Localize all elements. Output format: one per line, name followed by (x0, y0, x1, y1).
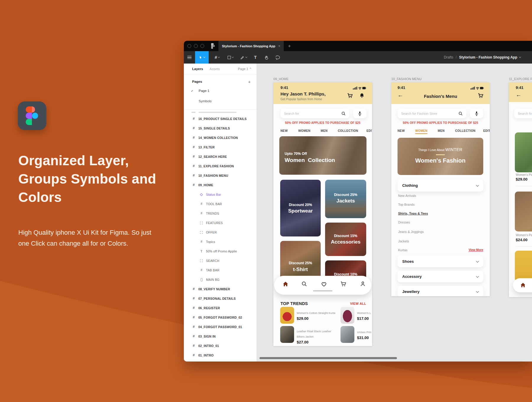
voice-search-button[interactable] (353, 109, 366, 118)
view-more-link[interactable]: View More (469, 248, 483, 252)
horizontal-scrollbar[interactable] (259, 357, 397, 359)
frame-label-explore[interactable]: 11_EXPLORE FA (509, 77, 532, 81)
hero-banner-card[interactable]: Upto 70% Off Women Collection (279, 136, 366, 175)
accordion-accessory[interactable]: Accessory (398, 271, 483, 282)
layer-row-frame[interactable]: #07_PERSONAL DETAILS (184, 294, 257, 303)
frame-home[interactable]: 9:41 Hey Jason T. Phillips, Get Popular … (273, 82, 372, 346)
add-page-button[interactable]: + (248, 79, 251, 84)
nav-item-new[interactable]: NEW (398, 129, 405, 132)
menu-list-item[interactable]: Jackets (398, 239, 409, 243)
breadcrumb-current-file[interactable]: Stylorium - Fashion Shopping App (459, 55, 517, 59)
layer-row-rectangle[interactable]: MAIN BG (184, 275, 257, 284)
nav-item-women-active[interactable]: WOMEN (415, 129, 427, 134)
frame-tool-button[interactable]: # (210, 51, 224, 64)
cart-icon[interactable] (347, 93, 353, 98)
layer-row-frame[interactable]: #TAB BAR (184, 265, 257, 275)
menu-hero-banner[interactable]: Things I Love About WINTER Women's Fashi… (398, 138, 483, 175)
traffic-light-close-button[interactable] (187, 44, 191, 48)
trend-product[interactable]: Unisex Prin$31.00 (340, 326, 372, 343)
accordion-shoes[interactable]: Shoes (398, 256, 483, 267)
layer-row-frame[interactable]: #01_INTRO (184, 351, 257, 360)
new-tab-button[interactable]: + (288, 43, 291, 49)
menu-list-item[interactable]: New Arrivals (398, 194, 416, 197)
breadcrumb-drafts-link[interactable]: Drafts (444, 55, 453, 59)
nav-item-collection[interactable]: COLLECTION (455, 129, 476, 132)
search-tab-icon[interactable] (301, 281, 307, 287)
explore-product-photo[interactable] (515, 132, 532, 172)
search-bar[interactable]: Search for (280, 109, 349, 118)
search-bar[interactable]: Search fo (514, 109, 532, 118)
layer-row-component[interactable]: Status Bar (184, 190, 257, 199)
main-menu-button[interactable] (184, 51, 195, 64)
layer-row-frame[interactable]: #Topics (184, 237, 257, 247)
home-tab-icon[interactable] (283, 281, 288, 287)
layer-row-frame[interactable]: #16_PRODUCT SINGLE DETAILS (184, 114, 257, 124)
layer-row-frame[interactable]: #12_SEARCH HERE (184, 152, 257, 161)
clipped-layer-row[interactable] (184, 110, 257, 114)
design-canvas[interactable]: 09_HOME 10_FASHION MENU 11_EXPLORE FA 9:… (257, 64, 532, 362)
traffic-light-zoom-button[interactable] (200, 44, 204, 48)
layer-row-frame[interactable]: #06_REGISTER (184, 303, 257, 313)
menu-list-item[interactable]: Jeans & Joggings (398, 230, 424, 234)
trend-product[interactable]: Women's Cotton Straight Kurta$29.00 (280, 307, 338, 324)
layer-row-group[interactable]: SEARCH (184, 256, 257, 265)
nav-item-new[interactable]: NEW (280, 129, 288, 132)
tab-layers[interactable]: Layers (192, 67, 203, 71)
layer-row-frame[interactable]: #15_SINGLE DETAILS (184, 124, 257, 133)
explore-product-photo[interactable] (515, 251, 532, 281)
layer-row-frame[interactable]: #11_EXPLORE FASHION (184, 161, 257, 171)
wishlist-tab-icon[interactable] (321, 281, 327, 287)
document-tab[interactable]: Stylorium - Fashion Shopping App × (218, 41, 284, 51)
nav-item-edit[interactable]: EDIT (366, 129, 372, 132)
back-arrow-icon[interactable]: ← (516, 92, 521, 98)
nav-item-edit[interactable]: EDIT (483, 129, 490, 132)
profile-tab-icon[interactable] (360, 281, 366, 287)
explore-product-photo[interactable] (515, 192, 532, 231)
layer-row-frame[interactable]: #03_SIGN IN (184, 332, 257, 341)
layer-row-frame[interactable]: #04_FORGOT PASSWORD_01 (184, 322, 257, 332)
frame-label-fashion-menu[interactable]: 10_FASHION MENU (391, 77, 421, 81)
home-tab-icon[interactable] (520, 282, 526, 288)
frame-label-home[interactable]: 09_HOME (273, 77, 288, 81)
frame-fashion-menu[interactable]: 9:41 ← Fashion's Menu Search for Fashion… (391, 82, 490, 296)
page-row-symbols[interactable]: Symbols (184, 98, 257, 105)
voice-search-button[interactable] (470, 109, 483, 118)
text-tool-button[interactable]: T (250, 51, 261, 64)
cart-icon[interactable] (478, 93, 484, 98)
nav-item-men[interactable]: MEN (321, 129, 327, 132)
nav-item-collection[interactable]: COLLECTION (338, 129, 358, 132)
accordion-clothing[interactable]: Clothing (398, 179, 483, 192)
layer-row-frame[interactable]: #13_FILTER (184, 142, 257, 152)
tab-close-icon[interactable]: × (278, 44, 280, 48)
layer-row-frame[interactable]: #TRENDS (184, 209, 257, 218)
nav-item-women[interactable]: WOMEN (298, 129, 310, 132)
accordion-jewellery[interactable]: Jewellery (398, 286, 483, 296)
traffic-light-minimize-button[interactable] (194, 44, 198, 48)
search-bar[interactable]: Search for Fashion Store (398, 109, 466, 118)
layer-row-text[interactable]: T50% off Promo Applie (184, 247, 257, 256)
layer-row-frame[interactable]: #TOOL BAR (184, 199, 257, 209)
layer-row-frame[interactable]: #10_FASHION MENU (184, 171, 257, 180)
shape-tool-button[interactable] (224, 51, 237, 64)
nav-item-men[interactable]: MEN (438, 129, 445, 132)
layer-row-group[interactable]: OFFER (184, 228, 257, 237)
category-card-jackets[interactable]: Discount 25% Jackets (325, 180, 366, 218)
frame-explore-fashion[interactable]: 9:41 ← Search fo Women's Plai $29.00 Wom… (509, 82, 532, 297)
menu-list-item[interactable]: Kurtas (398, 248, 408, 252)
layer-row-frame[interactable]: #14_WOMEN COLLECTION (184, 133, 257, 142)
layer-row-frame[interactable]: #05_FORGOT PASSWORD_02 (184, 313, 257, 322)
page-row-page1[interactable]: ✓ Page 1 (184, 87, 257, 94)
hand-tool-button[interactable] (261, 51, 272, 64)
pen-tool-button[interactable] (237, 51, 250, 64)
view-all-link[interactable]: VIEW ALL (350, 302, 366, 305)
layer-row-group[interactable]: FEATURES (184, 218, 257, 228)
trend-product[interactable]: Leather Ritail Black Leather Bikers Jack… (280, 326, 338, 344)
category-card-accessories[interactable]: Discount 15% Accessories (325, 223, 366, 256)
trend-product[interactable]: Women's L$17.00 (340, 307, 372, 324)
chevron-down-icon[interactable] (519, 56, 521, 58)
cart-tab-icon[interactable] (340, 281, 346, 287)
bell-icon[interactable] (359, 93, 364, 98)
page-switcher[interactable]: Page 1 ^ (238, 67, 251, 71)
tab-assets[interactable]: Assets (210, 67, 220, 71)
comment-tool-button[interactable] (272, 51, 284, 64)
